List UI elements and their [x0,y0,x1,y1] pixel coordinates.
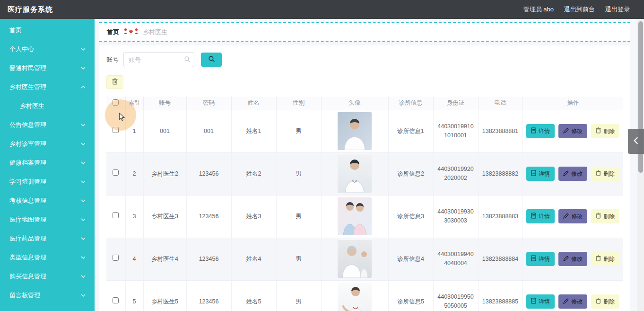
document-icon [531,170,536,178]
search-button[interactable] [201,53,222,67]
cell-account: 乡村医生3 [143,195,186,238]
delete-button[interactable]: 删除 [591,294,619,309]
cell-account: 乡村医生5 [143,280,186,311]
cell-account: 乡村医生2 [143,152,186,195]
sidebar-subitem-village-doctor[interactable]: 乡村医生 [0,97,95,116]
chevron-down-icon [80,160,86,166]
sidebar-item-medicine-mgmt[interactable]: 医疗药品管理 [0,229,95,248]
row-checkbox[interactable] [113,297,119,303]
sidebar-item-admin-mgmt[interactable]: 管理员管理 [0,305,95,311]
breadcrumb-current: 乡村医生 [143,28,167,36]
table-row: 5 乡村医生5 123456 姓名5 男 诊所信息5 4403001995050… [106,280,623,311]
row-checkbox[interactable] [113,169,119,176]
sidebar-item-home[interactable]: 首页 [0,21,95,40]
back-to-front-link[interactable]: 退出到前台 [564,5,595,14]
chevron-down-icon [80,274,86,279]
edit-button[interactable]: 修改 [558,209,587,223]
edit-button[interactable]: 修改 [558,252,587,266]
row-checkbox[interactable] [113,255,119,261]
cell-id-card: 440300199505050005 [433,280,478,311]
cell-gender: 男 [276,280,321,311]
chevron-down-icon [80,179,86,185]
sidebar-item-announcement-mgmt[interactable]: 公告信息管理 [0,116,95,134]
magnifier-icon [184,56,191,64]
cell-id-card: 440300199101010001 [433,110,478,152]
edit-button[interactable]: 修改 [558,294,587,309]
select-all-checkbox[interactable] [113,99,119,106]
sidebar-item-assessment-mgmt[interactable]: 考核信息管理 [0,191,95,210]
sidebar-item-health-record-mgmt[interactable]: 健康档案管理 [0,153,95,172]
sidebar-item-message-board-mgmt[interactable]: 留言板管理 [0,286,95,305]
cell-phone: 13823888883 [478,195,522,238]
doctor-photo [338,197,372,235]
col-avatar: 头像 [321,97,388,110]
panel-collapse-handle[interactable] [628,129,644,154]
pen-icon [563,128,569,135]
col-actions: 操作 [522,97,623,110]
col-password: 密码 [186,97,231,110]
chevron-down-icon [80,236,86,241]
table-row: 1 001 001 姓名1 男 诊所信息1 440300199101010001… [106,110,623,152]
batch-delete-button[interactable] [106,75,123,89]
cell-index: 1 [125,110,143,152]
chevron-down-icon [80,46,86,52]
cell-clinic: 诊所信息2 [388,152,433,195]
col-index: 索引 [125,97,143,110]
cell-index: 5 [125,280,143,311]
detail-button[interactable]: 详情 [526,167,555,181]
cell-phone: 13823888881 [478,110,522,152]
sidebar-item-village-doctor-mgmt[interactable]: 乡村医生管理 [0,78,95,97]
col-clinic: 诊所信息 [388,97,433,110]
doctor-photo [338,240,372,278]
cell-id-card: 440300199404040004 [433,238,478,280]
delete-button[interactable]: 删除 [591,124,619,138]
person-silhouette-icon [338,155,372,193]
vertical-scrollbar[interactable] [637,19,644,311]
cell-account: 001 [143,110,186,152]
detail-button[interactable]: 详情 [526,124,555,138]
cell-password: 123456 [186,195,231,238]
sidebar-item-type-info-mgmt[interactable]: 类型信息管理 [0,248,95,267]
sidebar-item-training-mgmt[interactable]: 学习培训管理 [0,172,95,191]
col-gender: 性别 [276,97,321,110]
chevron-down-icon [80,255,86,260]
chevron-down-icon [80,122,86,128]
cell-name: 姓名1 [231,110,276,152]
delete-button[interactable]: 删除 [591,252,619,266]
cell-gender: 男 [276,110,321,152]
person-silhouette-icon [338,197,372,235]
content-panel: 账号 索引 账号 密码 姓名 性别 头像 [99,45,630,311]
cell-clinic: 诊所信息5 [388,280,433,311]
table-row: 3 乡村医生3 123456 姓名3 男 诊所信息3 4403001993030… [106,195,623,238]
delete-button[interactable]: 删除 [591,209,619,223]
col-phone: 电话 [478,97,522,110]
chevron-down-icon [80,217,86,222]
edit-button[interactable]: 修改 [558,124,587,138]
sidebar-item-personal-center[interactable]: 个人中心 [0,40,95,59]
breadcrumb-home[interactable]: 首页 [107,28,119,36]
logout-link[interactable]: 退出登录 [605,5,630,14]
chevron-down-icon [80,141,86,147]
sidebar-item-medical-map-mgmt[interactable]: 医疗地图管理 [0,210,95,229]
row-checkbox[interactable] [113,212,119,218]
cell-account: 乡村医生4 [143,238,186,280]
main-area: 首页 乡村医生 账号 索引 [95,19,644,311]
sidebar-item-purchase-mgmt[interactable]: 购买信息管理 [0,267,95,286]
sidebar-item-villager-mgmt[interactable]: 普通村民管理 [0,59,95,78]
cell-clinic: 诊所信息4 [388,238,433,280]
edit-button[interactable]: 修改 [558,167,587,181]
cell-gender: 男 [276,152,321,195]
topbar-right: 管理员 abo 退出到前台 退出登录 [523,5,644,14]
person-silhouette-icon [338,283,372,311]
row-checkbox[interactable] [113,127,119,133]
sidebar-item-clinic-mgmt[interactable]: 乡村诊室管理 [0,134,95,153]
pen-icon [563,298,569,305]
detail-button[interactable]: 详情 [526,209,555,223]
cell-phone: 13823888884 [478,238,522,280]
doctor-photo [338,283,372,311]
detail-button[interactable]: 详情 [526,252,555,266]
delete-button[interactable]: 删除 [591,167,619,181]
document-icon [531,298,536,305]
detail-button[interactable]: 详情 [526,294,555,309]
document-icon [531,255,536,263]
